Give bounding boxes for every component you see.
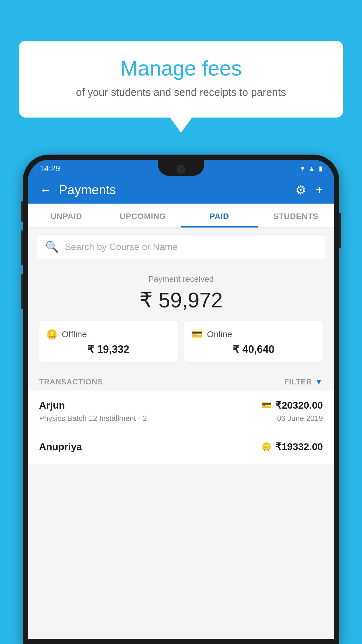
tab-unpaid[interactable]: UNPAID xyxy=(28,204,105,228)
phone-side-left3 xyxy=(21,274,23,309)
search-icon: 🔍 xyxy=(45,240,59,253)
speech-bubble-container: Manage fees of your students and send re… xyxy=(19,41,343,118)
offline-amount: ₹ 19,332 xyxy=(46,343,171,356)
transaction-name-1: Arjun xyxy=(39,400,65,411)
filter-button[interactable]: FILTER ▼ xyxy=(284,377,323,386)
transaction-amount-1: ₹20320.00 xyxy=(275,399,323,411)
payment-summary: Payment received ₹ 59,972 🪙 Offline ₹ 19… xyxy=(28,266,334,371)
filter-icon: ▼ xyxy=(315,377,323,386)
transaction-name-2: Anupriya xyxy=(39,441,82,452)
offline-icon: 🪙 xyxy=(46,329,58,340)
online-label: Online xyxy=(207,329,232,339)
phone-side-left1 xyxy=(21,201,23,222)
tab-upcoming[interactable]: UPCOMING xyxy=(105,204,181,228)
battery-icon: ▮ xyxy=(319,165,322,172)
tab-students[interactable]: STUDENTS xyxy=(258,204,334,228)
notch-camera xyxy=(177,165,185,174)
app-bar-right: ⚙ + xyxy=(295,183,323,197)
tabs-container: UNPAID UPCOMING PAID STUDENTS xyxy=(28,204,334,228)
status-time: 14:29 xyxy=(40,164,60,173)
back-button[interactable]: ← xyxy=(39,183,52,197)
bubble-subtitle: of your students and send receipts to pa… xyxy=(36,86,326,99)
speech-bubble: Manage fees of your students and send re… xyxy=(19,41,343,118)
phone-side-right xyxy=(339,213,341,248)
payment-received-label: Payment received xyxy=(39,274,323,284)
offline-card-header: 🪙 Offline xyxy=(46,329,171,340)
transactions-header: TRANSACTIONS FILTER ▼ xyxy=(28,371,334,391)
transaction-row[interactable]: Arjun 💳 ₹20320.00 Physics Batch 12 Insta… xyxy=(28,391,334,432)
filter-label: FILTER xyxy=(284,377,312,386)
online-payment-icon-1: 💳 xyxy=(261,400,272,410)
search-bar[interactable]: 🔍 Search by Course or Name xyxy=(37,234,325,259)
status-icons: ▾ ▲ ▮ xyxy=(301,164,322,173)
bubble-title: Manage fees xyxy=(36,57,326,80)
app-bar: ← Payments ⚙ + xyxy=(28,176,334,204)
online-card-header: 💳 Online xyxy=(191,329,316,340)
payment-total-amount: ₹ 59,972 xyxy=(39,288,323,312)
app-bar-left: ← Payments xyxy=(39,183,116,197)
add-button[interactable]: + xyxy=(316,183,323,197)
app-bar-title: Payments xyxy=(59,183,116,197)
offline-payment-icon-2: 🪙 xyxy=(261,442,272,452)
offline-label: Offline xyxy=(62,329,87,339)
online-amount: ₹ 40,640 xyxy=(191,343,316,356)
search-container: 🔍 Search by Course or Name xyxy=(28,228,334,266)
phone-side-left2 xyxy=(21,230,23,265)
phone-frame: 14:29 ▾ ▲ ▮ ← Payments ⚙ + UNPAID xyxy=(23,155,339,644)
transaction-amount-2: ₹19332.00 xyxy=(275,441,323,452)
search-placeholder: Search by Course or Name xyxy=(65,242,178,252)
transaction-bottom-1: Physics Batch 12 Installment - 2 06 June… xyxy=(39,414,323,423)
transaction-date-1: 06 June 2019 xyxy=(277,414,323,423)
offline-card: 🪙 Offline ₹ 19,332 xyxy=(39,321,178,362)
transaction-top-1: Arjun 💳 ₹20320.00 xyxy=(39,399,323,411)
phone-screen: 14:29 ▾ ▲ ▮ ← Payments ⚙ + UNPAID xyxy=(28,160,334,639)
transaction-row-2[interactable]: Anupriya 🪙 ₹19332.00 xyxy=(28,432,334,464)
payment-cards: 🪙 Offline ₹ 19,332 💳 Online ₹ 40,640 xyxy=(39,321,323,362)
signal-icon: ▲ xyxy=(308,165,315,172)
transaction-amount-container-1: 💳 ₹20320.00 xyxy=(261,399,323,411)
tab-paid[interactable]: PAID xyxy=(181,204,258,228)
transactions-label: TRANSACTIONS xyxy=(39,377,103,386)
transaction-course-1: Physics Batch 12 Installment - 2 xyxy=(39,414,147,423)
online-icon: 💳 xyxy=(191,329,203,340)
wifi-icon: ▾ xyxy=(301,164,304,173)
settings-button[interactable]: ⚙ xyxy=(295,183,306,197)
transaction-top-2: Anupriya 🪙 ₹19332.00 xyxy=(39,441,323,452)
phone-notch xyxy=(158,160,204,176)
transaction-amount-container-2: 🪙 ₹19332.00 xyxy=(261,441,323,452)
online-card: 💳 Online ₹ 40,640 xyxy=(184,321,323,362)
